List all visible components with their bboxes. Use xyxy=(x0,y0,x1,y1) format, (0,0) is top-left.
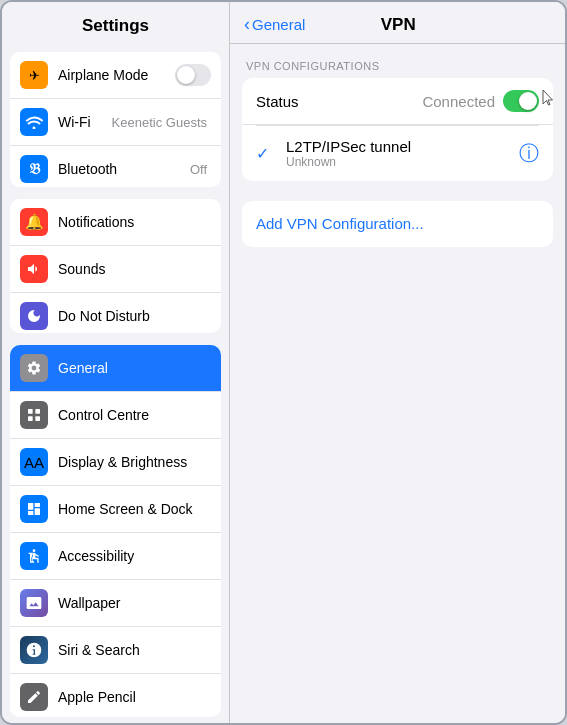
airplane-icon: ✈ xyxy=(20,61,48,89)
applepencil-icon xyxy=(20,683,48,711)
wifi-icon xyxy=(20,108,48,136)
status-toggle[interactable] xyxy=(503,90,539,112)
sirisearch-icon xyxy=(20,636,48,664)
nav-back-label: General xyxy=(252,16,305,33)
vpn-config-item[interactable]: ✓ L2TP/IPSec tunnel Unknown ⓘ xyxy=(242,126,553,181)
cursor-indicator xyxy=(541,88,553,112)
sidebar-item-homescreen[interactable]: Home Screen & Dock xyxy=(10,486,221,533)
wifi-value: Keenetic Guests xyxy=(112,115,207,130)
controlcentre-icon xyxy=(20,401,48,429)
sidebar-item-notifications[interactable]: 🔔 Notifications xyxy=(10,199,221,246)
device-frame: Settings ✈ Airplane Mode Wi-Fi Keenetic … xyxy=(0,0,567,725)
main-panel: ‹ General VPN VPN CONFIGURATIONS Status … xyxy=(230,2,565,723)
svg-rect-0 xyxy=(28,409,33,414)
sidebar: Settings ✈ Airplane Mode Wi-Fi Keenetic … xyxy=(2,2,230,723)
vpn-content: VPN CONFIGURATIONS Status Connected xyxy=(230,44,565,723)
donotdisturb-label: Do Not Disturb xyxy=(58,308,211,324)
sidebar-item-airplane[interactable]: ✈ Airplane Mode xyxy=(10,52,221,99)
wallpaper-icon xyxy=(20,589,48,617)
vpn-config-subtitle: Unknown xyxy=(286,155,411,169)
bluetooth-value: Off xyxy=(190,162,207,177)
homescreen-icon xyxy=(20,495,48,523)
displaybrightness-icon: AA xyxy=(20,448,48,476)
svg-rect-1 xyxy=(35,409,40,414)
sidebar-item-donotdisturb[interactable]: Do Not Disturb xyxy=(10,293,221,334)
nav-title: VPN xyxy=(305,15,491,35)
vpn-check-icon: ✓ xyxy=(256,144,276,163)
airplane-toggle[interactable] xyxy=(175,64,211,86)
wifi-label: Wi-Fi xyxy=(58,114,112,130)
sidebar-item-general[interactable]: General xyxy=(10,345,221,392)
svg-rect-2 xyxy=(28,417,33,422)
sirisearch-label: Siri & Search xyxy=(58,642,211,658)
accessibility-icon xyxy=(20,542,48,570)
nav-back-button[interactable]: ‹ General xyxy=(244,14,305,35)
status-value: Connected xyxy=(422,93,495,110)
add-vpn-card[interactable]: Add VPN Configuration... xyxy=(242,201,553,247)
sidebar-item-applepencil[interactable]: Apple Pencil xyxy=(10,674,221,717)
notifications-label: Notifications xyxy=(58,214,211,230)
sidebar-section-connectivity: ✈ Airplane Mode Wi-Fi Keenetic Guests 𝔅 … xyxy=(10,52,221,187)
sidebar-title: Settings xyxy=(2,2,229,46)
vpn-config-card: Status Connected xyxy=(242,78,553,181)
airplane-label: Airplane Mode xyxy=(58,67,175,83)
sidebar-item-displaybrightness[interactable]: AA Display & Brightness xyxy=(10,439,221,486)
bluetooth-icon: 𝔅 xyxy=(20,155,48,183)
sidebar-item-sirisearch[interactable]: Siri & Search xyxy=(10,627,221,674)
notifications-icon: 🔔 xyxy=(20,208,48,236)
svg-point-4 xyxy=(33,550,36,553)
sidebar-item-sounds[interactable]: Sounds xyxy=(10,246,221,293)
nav-bar: ‹ General VPN xyxy=(230,2,565,44)
vpn-info-icon[interactable]: ⓘ xyxy=(519,140,539,167)
svg-rect-3 xyxy=(35,417,40,422)
sidebar-item-wifi[interactable]: Wi-Fi Keenetic Guests xyxy=(10,99,221,146)
controlcentre-label: Control Centre xyxy=(58,407,211,423)
accessibility-label: Accessibility xyxy=(58,548,211,564)
bluetooth-label: Bluetooth xyxy=(58,161,190,177)
homescreen-label: Home Screen & Dock xyxy=(58,501,211,517)
displaybrightness-label: Display & Brightness xyxy=(58,454,211,470)
general-icon xyxy=(20,354,48,382)
back-chevron-icon: ‹ xyxy=(244,14,250,35)
vpn-config-name: L2TP/IPSec tunnel xyxy=(286,138,411,155)
applepencil-label: Apple Pencil xyxy=(58,689,211,705)
donotdisturb-icon xyxy=(20,302,48,330)
sidebar-section-system: General Control Centre AA Display & Brig… xyxy=(10,345,221,717)
sounds-icon xyxy=(20,255,48,283)
sounds-label: Sounds xyxy=(58,261,211,277)
status-label: Status xyxy=(256,93,422,110)
vpn-section-header: VPN CONFIGURATIONS xyxy=(246,60,553,72)
status-row: Status Connected xyxy=(242,78,553,125)
sidebar-item-accessibility[interactable]: Accessibility xyxy=(10,533,221,580)
sidebar-item-controlcentre[interactable]: Control Centre xyxy=(10,392,221,439)
sidebar-section-notifications: 🔔 Notifications Sounds Do Not Disturb xyxy=(10,199,221,334)
sidebar-item-bluetooth[interactable]: 𝔅 Bluetooth Off xyxy=(10,146,221,187)
vpn-config-details: L2TP/IPSec tunnel Unknown xyxy=(286,138,411,169)
general-label: General xyxy=(58,360,211,376)
wallpaper-label: Wallpaper xyxy=(58,595,211,611)
add-vpn-label[interactable]: Add VPN Configuration... xyxy=(256,215,424,232)
sidebar-item-wallpaper[interactable]: Wallpaper xyxy=(10,580,221,627)
